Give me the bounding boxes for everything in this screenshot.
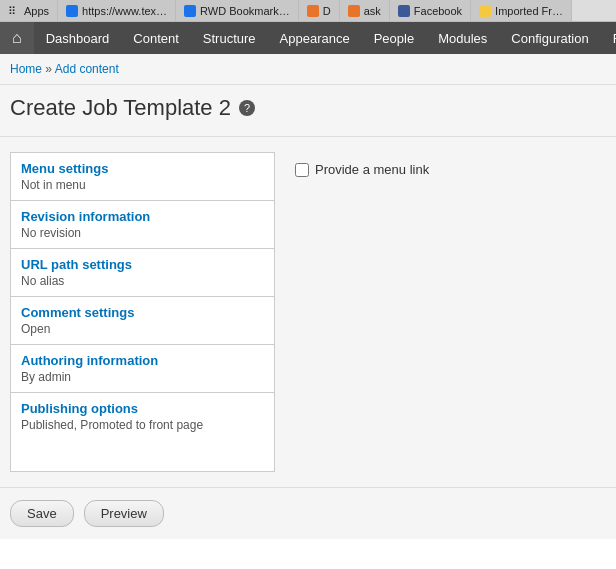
url-path-title: URL path settings: [21, 257, 264, 272]
ask-favicon: [348, 5, 360, 17]
authoring-value: By admin: [21, 370, 264, 384]
comment-settings-value: Open: [21, 322, 264, 336]
tab-imported[interactable]: Imported Fr…: [471, 0, 572, 22]
nav-people[interactable]: People: [362, 22, 426, 54]
comment-settings-title: Comment settings: [21, 305, 264, 320]
nav-modules[interactable]: Modules: [426, 22, 499, 54]
menu-link-row: Provide a menu link: [295, 157, 606, 182]
main-nav: ⌂ Dashboard Content Structure Appearance…: [0, 22, 616, 54]
settings-panel: Menu settings Not in menu Revision infor…: [10, 152, 275, 472]
settings-item-url[interactable]: URL path settings No alias: [11, 249, 274, 297]
tab-d[interactable]: D: [299, 0, 340, 22]
folder-favicon: [479, 5, 491, 17]
tab-tex[interactable]: https://www.tex…: [58, 0, 176, 22]
browser-tabs: ⠿ Apps https://www.tex… RWD Bookmark… D …: [0, 0, 616, 22]
breadcrumb: Home » Add content: [0, 54, 616, 85]
settings-item-publishing[interactable]: Publishing options Published, Promoted t…: [11, 393, 274, 440]
tab-rwd[interactable]: RWD Bookmark…: [176, 0, 299, 22]
settings-item-authoring[interactable]: Authoring information By admin: [11, 345, 274, 393]
menu-settings-value: Not in menu: [21, 178, 264, 192]
breadcrumb-separator: »: [45, 62, 52, 76]
menu-link-checkbox[interactable]: [295, 163, 309, 177]
page-title-bar: Create Job Template 2 ?: [0, 85, 616, 137]
apps-favicon: ⠿: [8, 5, 20, 17]
nav-configuration[interactable]: Configuration: [499, 22, 600, 54]
authoring-title: Authoring information: [21, 353, 264, 368]
tex-favicon: [66, 5, 78, 17]
right-panel: Provide a menu link: [295, 152, 606, 472]
revision-title: Revision information: [21, 209, 264, 224]
menu-link-label[interactable]: Provide a menu link: [315, 162, 429, 177]
preview-button[interactable]: Preview: [84, 500, 164, 527]
fb-favicon: [398, 5, 410, 17]
nav-appearance[interactable]: Appearance: [268, 22, 362, 54]
tab-ask[interactable]: ask: [340, 0, 390, 22]
tab-apps[interactable]: ⠿ Apps: [0, 0, 58, 22]
nav-structure[interactable]: Structure: [191, 22, 268, 54]
d-favicon: [307, 5, 319, 17]
settings-item-revision[interactable]: Revision information No revision: [11, 201, 274, 249]
publishing-title: Publishing options: [21, 401, 264, 416]
menu-settings-title: Menu settings: [21, 161, 264, 176]
breadcrumb-home[interactable]: Home: [10, 62, 42, 76]
rwd-favicon: [184, 5, 196, 17]
url-path-value: No alias: [21, 274, 264, 288]
breadcrumb-add-content[interactable]: Add content: [55, 62, 119, 76]
help-icon[interactable]: ?: [239, 100, 255, 116]
tab-facebook[interactable]: Facebook: [390, 0, 471, 22]
nav-reports[interactable]: Reports: [601, 22, 616, 54]
publishing-value: Published, Promoted to front page: [21, 418, 264, 432]
nav-home[interactable]: ⌂: [0, 22, 34, 54]
settings-item-menu[interactable]: Menu settings Not in menu: [11, 153, 274, 201]
save-button[interactable]: Save: [10, 500, 74, 527]
settings-item-comment[interactable]: Comment settings Open: [11, 297, 274, 345]
main-content: Menu settings Not in menu Revision infor…: [0, 137, 616, 487]
nav-content[interactable]: Content: [121, 22, 191, 54]
buttons-bar: Save Preview: [0, 487, 616, 539]
page-title: Create Job Template 2: [10, 95, 231, 121]
nav-dashboard[interactable]: Dashboard: [34, 22, 122, 54]
revision-value: No revision: [21, 226, 264, 240]
